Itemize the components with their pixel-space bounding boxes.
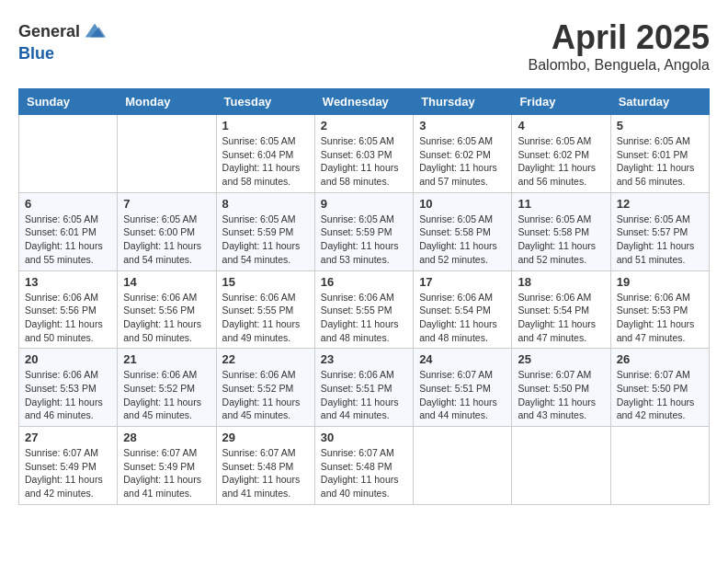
day-number: 9 — [321, 197, 407, 211]
calendar-cell: 30Sunrise: 6:07 AM Sunset: 5:48 PM Dayli… — [314, 427, 413, 505]
day-info: Sunrise: 6:06 AM Sunset: 5:53 PM Dayligh… — [617, 291, 703, 345]
calendar-cell: 13Sunrise: 6:06 AM Sunset: 5:56 PM Dayli… — [19, 270, 118, 349]
day-info: Sunrise: 6:05 AM Sunset: 5:59 PM Dayligh… — [321, 213, 407, 267]
calendar-cell — [19, 115, 118, 193]
logo-icon — [82, 18, 108, 44]
day-number: 24 — [419, 352, 506, 366]
day-info: Sunrise: 6:05 AM Sunset: 6:01 PM Dayligh… — [25, 213, 111, 267]
calendar-week-row: 1Sunrise: 6:05 AM Sunset: 6:04 PM Daylig… — [19, 115, 710, 193]
day-info: Sunrise: 6:05 AM Sunset: 5:58 PM Dayligh… — [518, 213, 604, 267]
day-info: Sunrise: 6:05 AM Sunset: 6:02 PM Dayligh… — [419, 134, 506, 189]
day-info: Sunrise: 6:06 AM Sunset: 5:54 PM Dayligh… — [419, 291, 506, 345]
day-info: Sunrise: 6:05 AM Sunset: 5:58 PM Dayligh… — [419, 213, 506, 267]
calendar-cell: 22Sunrise: 6:06 AM Sunset: 5:52 PM Dayli… — [216, 349, 314, 427]
day-info: Sunrise: 6:06 AM Sunset: 5:56 PM Dayligh… — [25, 291, 111, 345]
day-info: Sunrise: 6:07 AM Sunset: 5:50 PM Dayligh… — [617, 368, 703, 422]
day-number: 10 — [419, 197, 506, 211]
calendar-week-row: 6Sunrise: 6:05 AM Sunset: 6:01 PM Daylig… — [19, 192, 710, 270]
day-header-sunday: Sunday — [19, 89, 118, 115]
day-info: Sunrise: 6:06 AM Sunset: 5:54 PM Dayligh… — [518, 291, 604, 345]
day-number: 7 — [123, 197, 210, 211]
day-number: 21 — [123, 352, 210, 366]
day-number: 1 — [222, 119, 309, 132]
day-info: Sunrise: 6:07 AM Sunset: 5:50 PM Dayligh… — [518, 368, 604, 422]
calendar-cell: 27Sunrise: 6:07 AM Sunset: 5:49 PM Dayli… — [19, 427, 118, 505]
day-info: Sunrise: 6:06 AM Sunset: 5:52 PM Dayligh… — [123, 368, 210, 422]
day-number: 4 — [518, 119, 604, 132]
day-info: Sunrise: 6:07 AM Sunset: 5:51 PM Dayligh… — [419, 368, 506, 422]
day-number: 30 — [321, 431, 407, 444]
day-number: 18 — [518, 275, 604, 289]
calendar-week-row: 20Sunrise: 6:06 AM Sunset: 5:53 PM Dayli… — [19, 349, 710, 427]
calendar-cell: 4Sunrise: 6:05 AM Sunset: 6:02 PM Daylig… — [512, 115, 610, 193]
calendar-cell: 20Sunrise: 6:06 AM Sunset: 5:53 PM Dayli… — [19, 349, 118, 427]
calendar-table: SundayMondayTuesdayWednesdayThursdayFrid… — [18, 88, 710, 505]
calendar-cell: 18Sunrise: 6:06 AM Sunset: 5:54 PM Dayli… — [512, 270, 610, 349]
day-header-friday: Friday — [512, 89, 610, 115]
day-info: Sunrise: 6:06 AM Sunset: 5:55 PM Dayligh… — [321, 291, 407, 345]
day-number: 2 — [321, 119, 407, 132]
logo-general-text: General — [18, 22, 80, 41]
day-info: Sunrise: 6:06 AM Sunset: 5:55 PM Dayligh… — [222, 291, 309, 345]
day-header-saturday: Saturday — [610, 89, 709, 115]
day-header-wednesday: Wednesday — [314, 89, 413, 115]
day-number: 29 — [222, 431, 309, 444]
logo-blue-text: Blue — [18, 44, 54, 63]
calendar-cell: 29Sunrise: 6:07 AM Sunset: 5:48 PM Dayli… — [216, 427, 314, 505]
day-number: 15 — [222, 275, 309, 289]
calendar-cell: 12Sunrise: 6:05 AM Sunset: 5:57 PM Dayli… — [610, 192, 709, 270]
day-number: 5 — [617, 119, 703, 132]
day-number: 26 — [617, 352, 703, 366]
day-number: 12 — [617, 197, 703, 211]
day-number: 22 — [222, 352, 309, 366]
calendar-cell: 3Sunrise: 6:05 AM Sunset: 6:02 PM Daylig… — [414, 115, 512, 193]
calendar-cell: 26Sunrise: 6:07 AM Sunset: 5:50 PM Dayli… — [610, 349, 709, 427]
calendar-cell: 17Sunrise: 6:06 AM Sunset: 5:54 PM Dayli… — [414, 270, 512, 349]
day-number: 3 — [419, 119, 506, 132]
calendar-cell: 1Sunrise: 6:05 AM Sunset: 6:04 PM Daylig… — [216, 115, 314, 193]
day-number: 17 — [419, 275, 506, 289]
calendar-cell: 9Sunrise: 6:05 AM Sunset: 5:59 PM Daylig… — [314, 192, 413, 270]
calendar-cell — [118, 115, 216, 193]
day-number: 11 — [518, 197, 604, 211]
calendar-week-row: 13Sunrise: 6:06 AM Sunset: 5:56 PM Dayli… — [19, 270, 710, 349]
day-info: Sunrise: 6:05 AM Sunset: 6:03 PM Dayligh… — [321, 134, 407, 189]
day-info: Sunrise: 6:06 AM Sunset: 5:51 PM Dayligh… — [321, 368, 407, 422]
day-info: Sunrise: 6:05 AM Sunset: 6:02 PM Dayligh… — [518, 134, 604, 189]
calendar-cell: 19Sunrise: 6:06 AM Sunset: 5:53 PM Dayli… — [610, 270, 709, 349]
day-number: 16 — [321, 275, 407, 289]
day-info: Sunrise: 6:05 AM Sunset: 5:57 PM Dayligh… — [617, 213, 703, 267]
day-number: 27 — [25, 431, 111, 444]
day-header-monday: Monday — [118, 89, 216, 115]
calendar-cell: 11Sunrise: 6:05 AM Sunset: 5:58 PM Dayli… — [512, 192, 610, 270]
day-info: Sunrise: 6:07 AM Sunset: 5:48 PM Dayligh… — [321, 446, 407, 500]
calendar-cell — [610, 427, 709, 505]
calendar-cell: 16Sunrise: 6:06 AM Sunset: 5:55 PM Dayli… — [314, 270, 413, 349]
calendar-cell: 25Sunrise: 6:07 AM Sunset: 5:50 PM Dayli… — [512, 349, 610, 427]
calendar-cell: 6Sunrise: 6:05 AM Sunset: 6:01 PM Daylig… — [19, 192, 118, 270]
calendar-cell: 10Sunrise: 6:05 AM Sunset: 5:58 PM Dayli… — [414, 192, 512, 270]
day-info: Sunrise: 6:06 AM Sunset: 5:52 PM Dayligh… — [222, 368, 309, 422]
day-info: Sunrise: 6:05 AM Sunset: 6:01 PM Dayligh… — [617, 134, 703, 189]
calendar-cell: 21Sunrise: 6:06 AM Sunset: 5:52 PM Dayli… — [118, 349, 216, 427]
location-subtitle: Balombo, Benguela, Angola — [529, 57, 710, 74]
day-header-thursday: Thursday — [414, 89, 512, 115]
calendar-cell: 2Sunrise: 6:05 AM Sunset: 6:03 PM Daylig… — [314, 115, 413, 193]
day-info: Sunrise: 6:05 AM Sunset: 6:00 PM Dayligh… — [123, 213, 210, 267]
calendar-cell: 28Sunrise: 6:07 AM Sunset: 5:49 PM Dayli… — [118, 427, 216, 505]
day-number: 28 — [123, 431, 210, 444]
day-number: 19 — [617, 275, 703, 289]
day-number: 25 — [518, 352, 604, 366]
day-info: Sunrise: 6:06 AM Sunset: 5:53 PM Dayligh… — [25, 368, 111, 422]
calendar-cell: 15Sunrise: 6:06 AM Sunset: 5:55 PM Dayli… — [216, 270, 314, 349]
calendar-cell: 8Sunrise: 6:05 AM Sunset: 5:59 PM Daylig… — [216, 192, 314, 270]
day-info: Sunrise: 6:07 AM Sunset: 5:49 PM Dayligh… — [25, 446, 111, 500]
calendar-cell: 14Sunrise: 6:06 AM Sunset: 5:56 PM Dayli… — [118, 270, 216, 349]
logo: General Blue — [18, 18, 108, 63]
title-area: April 2025 Balombo, Benguela, Angola — [529, 18, 710, 74]
day-number: 23 — [321, 352, 407, 366]
day-number: 8 — [222, 197, 309, 211]
calendar-cell: 24Sunrise: 6:07 AM Sunset: 5:51 PM Dayli… — [414, 349, 512, 427]
day-number: 14 — [123, 275, 210, 289]
month-title: April 2025 — [529, 18, 710, 57]
